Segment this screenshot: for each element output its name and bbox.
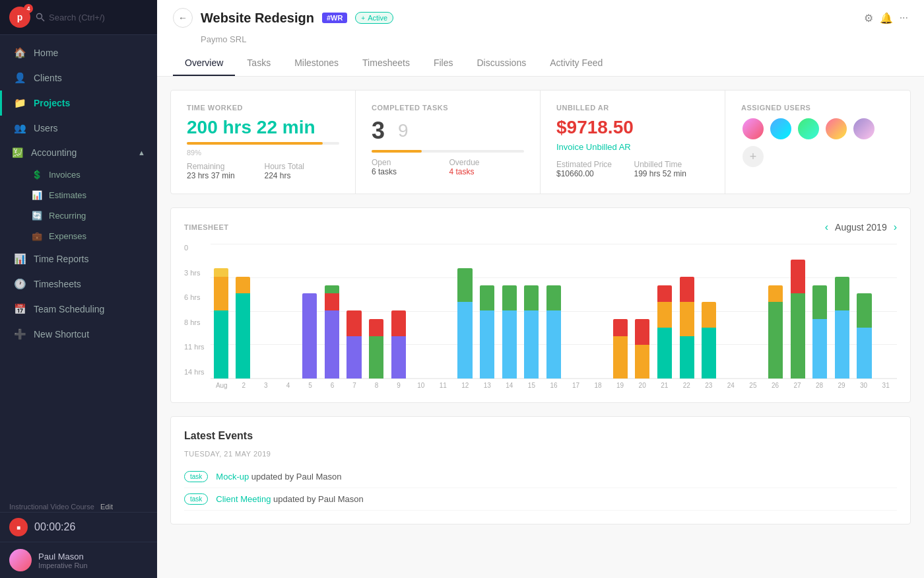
tab-tasks[interactable]: Tasks <box>235 51 282 76</box>
bar-seg-4-1 <box>302 310 317 336</box>
back-button[interactable]: ← <box>173 8 193 28</box>
bar-group-15 <box>543 244 564 379</box>
add-user-button[interactable]: + <box>741 145 765 168</box>
bar-seg-7-1 <box>369 319 383 336</box>
bar-group-18 <box>610 244 631 379</box>
timer-edit-link[interactable]: Edit <box>100 503 113 511</box>
sidebar-item-estimates[interactable]: 📊 Estimates <box>0 185 157 205</box>
search-icon <box>36 13 45 22</box>
bar-seg-15-1 <box>546 285 561 311</box>
x-label-2: 3 <box>255 382 277 389</box>
bar-group-21 <box>676 244 698 379</box>
event-tag-2: task <box>184 493 208 505</box>
assigned-user-2[interactable] <box>769 117 793 141</box>
bar-seg-19-1 <box>635 319 649 345</box>
sidebar-item-projects[interactable]: 📁 Projects <box>0 90 157 116</box>
user-subtitle: Imperative Run <box>38 561 88 569</box>
bar-seg-22-0 <box>702 328 716 379</box>
assigned-user-4[interactable] <box>824 117 848 141</box>
tab-discussions[interactable]: Discussions <box>465 51 538 76</box>
assigned-user-5[interactable] <box>852 117 876 141</box>
settings-icon[interactable]: ⚙ <box>864 12 873 24</box>
sidebar-item-invoices[interactable]: 💲 Invoices <box>0 164 157 185</box>
bar-seg-29-1 <box>857 293 871 327</box>
bar-group-28 <box>832 244 853 379</box>
bar-group-8 <box>388 244 409 379</box>
overdue-tasks-item: Overdue 4 tasks <box>449 158 525 176</box>
time-worked-label: TIME WORKED <box>187 104 339 112</box>
main-header: ← Website Redesign #WR + Active ⚙ 🔔 ··· … <box>157 0 924 77</box>
sidebar-item-time-reports[interactable]: 📊 Time Reports <box>0 246 157 271</box>
user-info: Paul Mason Imperative Run <box>38 552 88 569</box>
event-highlight-2[interactable]: Client Meeting <box>216 494 271 504</box>
x-label-4: 5 <box>299 382 321 389</box>
tab-overview[interactable]: Overview <box>173 51 235 76</box>
sidebar-item-clients[interactable]: 👤 Clients <box>0 65 157 90</box>
timer-stop-button[interactable]: ■ <box>9 518 28 536</box>
project-code-badge: #WR <box>322 13 347 23</box>
accounting-header[interactable]: 💹 Accounting ▲ <box>0 141 157 164</box>
assigned-user-3[interactable] <box>797 117 820 141</box>
sidebar-item-users[interactable]: 👥 Users <box>0 116 157 141</box>
bar-seg-1-0 <box>236 293 250 379</box>
bar-group-26 <box>787 244 808 379</box>
bar-group-17 <box>587 244 609 379</box>
invoice-link[interactable]: Invoice Unbilled AR <box>556 142 709 152</box>
header-top: ← Website Redesign #WR + Active ⚙ 🔔 ··· <box>173 8 908 28</box>
user-name: Paul Mason <box>38 552 88 561</box>
project-client: Paymo SRL <box>201 34 908 44</box>
sidebar-header: p 4 Search (Ctrl+/) <box>0 0 157 35</box>
tab-activity-feed[interactable]: Activity Feed <box>538 51 614 76</box>
chart-next-button[interactable]: › <box>894 221 897 233</box>
event-highlight-1[interactable]: Mock-up <box>216 472 249 482</box>
sidebar: p 4 Search (Ctrl+/) 🏠 Home 👤 Clients 📁 P… <box>0 0 157 578</box>
bar-group-23 <box>721 244 742 379</box>
x-label-22: 23 <box>698 382 720 389</box>
sidebar-item-recurring[interactable]: 🔄 Recurring <box>0 205 157 226</box>
sidebar-item-home[interactable]: 🏠 Home <box>0 40 157 65</box>
x-label-1: 2 <box>233 382 255 389</box>
progress-track <box>187 142 339 145</box>
completed-count: 3 <box>372 117 385 145</box>
notification-badge: 4 <box>24 4 33 13</box>
y-label-3: 3 hrs <box>184 269 211 277</box>
sidebar-item-timesheets[interactable]: 🕐 Timesheets <box>0 271 157 297</box>
sidebar-nav: 🏠 Home 👤 Clients 📁 Projects 👥 Users 💹 Ac… <box>0 35 157 499</box>
chart-grid <box>211 244 897 379</box>
notification-bell-icon[interactable]: 🔔 <box>880 12 893 24</box>
bar-seg-0-2 <box>214 268 228 277</box>
bar-group-3 <box>277 244 298 379</box>
bar-group-16 <box>566 244 587 379</box>
sidebar-item-expenses[interactable]: 💼 Expenses <box>0 226 157 246</box>
unbilled-time-item: Unbilled Time 199 hrs 52 min <box>634 160 710 178</box>
x-label-14: 15 <box>521 382 543 389</box>
time-worked-value: 200 hrs 22 min <box>187 117 339 138</box>
tab-files[interactable]: Files <box>422 51 465 76</box>
x-label-12: 13 <box>477 382 499 389</box>
estimated-price-item: Estimated Price $10660.00 <box>556 160 632 178</box>
tab-timesheets[interactable]: Timesheets <box>350 51 422 76</box>
bar-group-12 <box>477 244 498 379</box>
bar-seg-11-1 <box>457 268 472 302</box>
stat-card-completed-tasks: COMPLETED TASKS 3 9 Open 6 tasks Overdue… <box>356 90 541 194</box>
chart-area: 14 hrs 11 hrs 8 hrs 6 hrs 3 hrs 0 <box>184 244 897 389</box>
more-options-icon[interactable]: ··· <box>900 12 908 24</box>
tab-milestones[interactable]: Milestones <box>282 51 350 76</box>
sidebar-item-new-shortcut[interactable]: ➕ New Shortcut <box>0 322 157 347</box>
timesheets-icon: 🕐 <box>14 278 26 290</box>
x-label-3: 4 <box>277 382 300 389</box>
estimates-icon: 📊 <box>32 190 42 200</box>
bar-group-14 <box>521 244 543 379</box>
bar-seg-13-1 <box>502 285 517 311</box>
completed-tasks-label: COMPLETED TASKS <box>372 104 524 112</box>
header-actions: ⚙ 🔔 ··· <box>864 12 908 24</box>
tasks-details: Open 6 tasks Overdue 4 tasks <box>372 158 524 176</box>
open-tasks-item: Open 6 tasks <box>372 158 447 176</box>
sidebar-item-team-scheduling[interactable]: 📅 Team Scheduling <box>0 297 157 322</box>
progress-label: 89% <box>187 149 339 157</box>
assigned-user-1[interactable] <box>741 117 765 141</box>
chart-prev-button[interactable]: ‹ <box>825 221 828 233</box>
search-area[interactable]: Search (Ctrl+/) <box>36 13 105 22</box>
bar-seg-0-1 <box>214 277 228 310</box>
time-worked-details: Remaining 23 hrs 37 min Hours Total 224 … <box>187 162 339 180</box>
